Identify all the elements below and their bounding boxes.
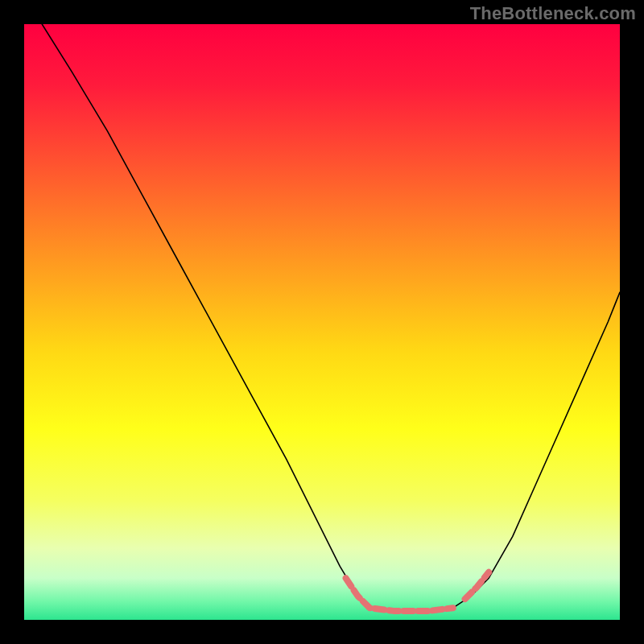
bottleneck-chart <box>24 24 620 620</box>
chart-stage: TheBottleneck.com <box>0 0 644 644</box>
watermark-text: TheBottleneck.com <box>470 3 636 24</box>
